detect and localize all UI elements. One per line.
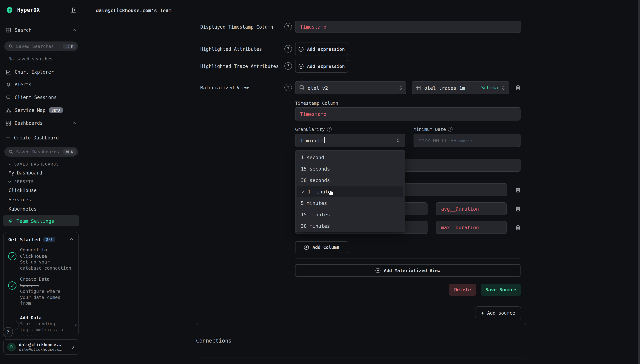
shortcut-badge: ⌘K <box>63 44 76 49</box>
create-dashboard-button[interactable]: Create Dashboard <box>0 133 82 143</box>
chevron-up-icon <box>72 121 77 125</box>
sidebar-item-label: Alerts <box>15 82 77 87</box>
get-started-progress-badge: 2/3 <box>43 237 56 242</box>
sidebar-item-my-dashboard[interactable]: My Dashboard <box>9 170 42 176</box>
beta-badge: BETA <box>49 107 63 113</box>
no-saved-searches-note: No saved searches <box>9 56 53 62</box>
user-email: dale@clickhouse.c… <box>19 347 62 352</box>
avatar: D <box>7 343 16 351</box>
team-settings-label: Team Settings <box>17 218 54 224</box>
check-circle-icon <box>8 247 17 271</box>
sidebar-collapse-icon[interactable] <box>71 7 77 13</box>
search-icon <box>9 44 13 49</box>
page-title: dale@clickhouse.com's Team <box>96 8 172 13</box>
search-icon <box>9 150 13 154</box>
step-title: Create DataSources <box>20 276 61 288</box>
app-root: HyperDX Search Saved Searches ⌘K No save… <box>0 0 640 364</box>
dropdown-option[interactable]: 15 seconds <box>296 163 405 174</box>
hyperdx-logo-icon <box>6 6 14 14</box>
saved-dashboards-placeholder: Saved Dashboards <box>16 149 60 154</box>
bell-icon <box>6 82 11 87</box>
section-saved-dashboards[interactable]: SAVED DASHBOARDS <box>8 162 59 166</box>
saved-dashboards-input[interactable]: Saved Dashboards ⌘K <box>4 147 78 156</box>
search-nav-icon <box>6 27 11 33</box>
chevron-down-icon <box>8 162 12 166</box>
get-started-title: Get Started <box>8 237 40 242</box>
section-presets[interactable]: PRESETS <box>8 180 34 184</box>
sidebar-item-services[interactable]: Services <box>9 197 31 202</box>
get-started-step-1[interactable]: Connect toClickHouse Set up yourdatabase… <box>8 247 76 271</box>
granularity-dropdown: 1 second 15 seconds 30 seconds 1 minute … <box>295 150 405 232</box>
dropdown-option[interactable]: 15 minutes <box>296 209 405 220</box>
sidebar-item-label: Service Map <box>15 108 46 113</box>
check-circle-icon <box>8 276 17 306</box>
user-name: dale@clickhouse.… <box>19 342 62 347</box>
chevron-down-icon <box>8 180 12 184</box>
dropdown-option[interactable]: 30 minutes <box>296 220 405 232</box>
dashboards-icon <box>6 120 11 126</box>
step-title: Connect toClickHouse <box>20 247 71 259</box>
create-dashboard-label: Create Dashboard <box>14 135 77 140</box>
sidebar-item-client-sessions[interactable]: Client Sessions <box>0 92 82 102</box>
sidebar-item-label: Client Sessions <box>15 94 77 100</box>
chevron-up-icon <box>72 28 77 32</box>
dropdown-option-selected[interactable]: 1 minute <box>297 186 403 198</box>
dropdown-option[interactable]: 30 seconds <box>296 174 405 186</box>
scrollbar[interactable] <box>638 0 640 364</box>
sidebar-item-label: Chart Explorer <box>15 69 77 74</box>
sidebar-item-team-settings[interactable]: Team Settings <box>3 215 79 226</box>
gear-icon <box>8 218 13 224</box>
step-description: Start sendinglogs, metrics, ortraces <box>20 321 66 336</box>
sidebar-item-dashboards[interactable]: Dashboards <box>0 118 82 128</box>
step-title: Add Data <box>20 315 66 321</box>
step-description: Set up yourdatabase connection <box>20 259 71 271</box>
saved-searches-input[interactable]: Saved Searches ⌘K <box>4 42 78 51</box>
dropdown-option[interactable]: 5 minutes <box>296 198 405 209</box>
brand-row: HyperDX <box>0 4 82 16</box>
service-map-icon <box>6 108 11 113</box>
get-started-header[interactable]: Get Started 2/3 <box>8 237 74 242</box>
sidebar-item-kubernetes[interactable]: Kubernetes <box>9 206 37 212</box>
sidebar-item-label: Dashboards <box>15 120 69 126</box>
section-label: SAVED DASHBOARDS <box>14 162 59 166</box>
connections-heading: Connections <box>196 338 232 344</box>
divider <box>196 351 526 351</box>
shortcut-badge: ⌘K <box>63 149 76 155</box>
sidebar-item-service-map[interactable]: Service Map BETA <box>0 105 82 115</box>
sidebar-item-label: Search <box>15 27 69 33</box>
sidebar-item-chart-explorer[interactable]: Chart Explorer <box>0 67 82 77</box>
page-header: dale@clickhouse.com's Team <box>82 0 640 21</box>
saved-searches-placeholder: Saved Searches <box>16 44 60 49</box>
brand-name: HyperDX <box>17 7 67 13</box>
chevron-up-icon[interactable] <box>69 238 74 242</box>
laptop-icon <box>6 94 11 100</box>
help-button[interactable]: ? <box>3 327 13 337</box>
sidebar-item-alerts[interactable]: Alerts <box>0 80 82 90</box>
chevron-right-icon <box>71 345 75 349</box>
sidebar: HyperDX Search Saved Searches ⌘K No save… <box>0 0 82 364</box>
step-description: Configure whereyour data comesfrom <box>20 288 61 306</box>
get-started-card: Get Started 2/3 Connect toClickHouse Set… <box>3 232 79 336</box>
sidebar-item-search[interactable]: Search <box>0 25 82 35</box>
user-menu[interactable]: D dale@clickhouse.… dale@clickhouse.c… <box>3 339 79 355</box>
get-started-step-2[interactable]: Create DataSources Configure whereyour d… <box>8 276 76 306</box>
dropdown-option[interactable]: 1 second <box>296 152 405 163</box>
plus-icon <box>6 135 10 140</box>
check-icon <box>301 190 305 194</box>
sidebar-item-clickhouse[interactable]: ClickHouse <box>9 188 37 193</box>
arrow-right-icon: → <box>73 322 77 328</box>
section-label: PRESETS <box>14 180 34 184</box>
connections-panel <box>196 358 526 364</box>
chart-explorer-icon <box>6 69 11 74</box>
